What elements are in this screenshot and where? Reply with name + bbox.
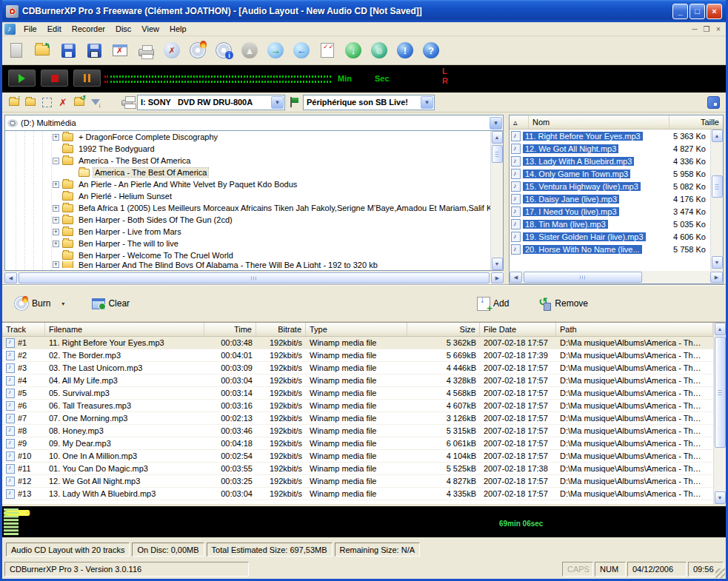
delete-files-icon[interactable]: ✗ bbox=[57, 96, 69, 108]
close-button[interactable]: × bbox=[707, 4, 722, 19]
mdi-close-button[interactable]: × bbox=[712, 24, 724, 34]
path-combo[interactable]: (D:) Multimédia ▾ bbox=[4, 115, 504, 131]
mdi-restore-button[interactable]: ❐ bbox=[701, 24, 712, 34]
tree-expander-icon[interactable]: + bbox=[53, 134, 59, 141]
verify-disc-icon[interactable]: ✓✓ bbox=[318, 41, 337, 60]
menu-item[interactable]: Help bbox=[164, 23, 192, 35]
panel-toggle-button[interactable] bbox=[707, 96, 720, 109]
clear-button[interactable]: Clear bbox=[89, 296, 133, 312]
add-button[interactable]: Add bbox=[474, 295, 512, 313]
file-list-item[interactable]: 16. Daisy Jane (live).mp3 4 176 Ko bbox=[510, 192, 710, 205]
menu-item[interactable]: File bbox=[19, 23, 42, 35]
burn-dropdown-arrow-icon[interactable]: ▾ bbox=[59, 300, 67, 307]
track-segment[interactable]: #20 bbox=[18, 508, 19, 535]
tree-item[interactable]: An Pierlé - Helium Sunset bbox=[5, 190, 503, 202]
path-combo-arrow-icon[interactable]: ▾ bbox=[490, 117, 502, 130]
tree-item[interactable]: + Ben Harper - Both Sides Of The Gun (2c… bbox=[5, 214, 503, 226]
import-icon[interactable]: ↓ bbox=[344, 41, 363, 60]
sound-select-arrow-icon[interactable]: ▾ bbox=[421, 96, 433, 109]
tree-expander-icon[interactable]: + bbox=[53, 181, 59, 188]
menu-item[interactable]: View bbox=[136, 23, 164, 35]
bitrate-column-header[interactable]: Bitrate bbox=[256, 323, 306, 336]
save-as-icon[interactable] bbox=[84, 41, 104, 60]
track-row[interactable]: #12 12. We Got All Night.mp3 00:03:25 19… bbox=[2, 475, 713, 488]
scroll-thumb[interactable] bbox=[715, 337, 726, 448]
help-icon[interactable]: ? bbox=[421, 41, 441, 60]
minimize-button[interactable]: _ bbox=[672, 4, 688, 19]
scroll-thumb[interactable] bbox=[492, 145, 503, 163]
pane-splitter[interactable] bbox=[504, 112, 509, 284]
drive-select-arrow-icon[interactable]: ▾ bbox=[271, 96, 284, 109]
file-list-item[interactable]: 20. Horse With No Name (live... 5 758 Ko bbox=[510, 243, 710, 255]
tree-expander-icon[interactable]: + bbox=[53, 261, 59, 268]
tree-expander-icon[interactable]: + bbox=[53, 241, 59, 247]
tree-item[interactable]: + Ben Harper - The will to live bbox=[5, 238, 503, 249]
file-list-item[interactable]: 18. Tin Man (live).mp3 5 035 Ko bbox=[510, 218, 710, 230]
open-folder-icon[interactable] bbox=[33, 41, 52, 60]
sort-column-header[interactable]: ▵ bbox=[510, 115, 529, 129]
select-files-icon[interactable] bbox=[41, 96, 53, 108]
burn-button[interactable]: Burn bbox=[11, 294, 53, 313]
track-row[interactable]: #7 07. One Morning.mp3 00:02:13 192kbit/… bbox=[2, 412, 713, 425]
scroll-up-icon[interactable]: ▲ bbox=[715, 323, 726, 335]
file-list-vertical-scrollbar[interactable]: ▲ ▼ bbox=[710, 130, 723, 283]
filter-icon[interactable] bbox=[90, 96, 101, 108]
track-row[interactable]: #1 11. Right Before Your Eyes.mp3 00:03:… bbox=[2, 337, 713, 349]
file-list-item[interactable]: 12. We Got All Night.mp3 4 827 Ko bbox=[510, 142, 710, 155]
tree-item[interactable]: 1992 The Bodyguard bbox=[5, 143, 503, 155]
print-icon[interactable] bbox=[136, 41, 156, 60]
scroll-up-icon[interactable]: ▲ bbox=[492, 131, 503, 144]
forward-icon[interactable]: → bbox=[266, 41, 285, 60]
path-column-header[interactable]: Path bbox=[556, 323, 713, 336]
tree-vertical-scrollbar[interactable]: ▲ ▼ bbox=[490, 131, 503, 270]
stop-button[interactable] bbox=[41, 70, 68, 87]
file-list-item[interactable]: 19. Sister Golden Hair (live).mp3 4 606 … bbox=[510, 230, 710, 243]
size-column-header[interactable]: Size bbox=[407, 323, 480, 336]
new-folder-icon[interactable] bbox=[24, 96, 36, 108]
maximize-button[interactable]: □ bbox=[689, 4, 705, 19]
track-row[interactable]: #5 05. Survival.mp3 00:03:14 192kbit/s W… bbox=[2, 387, 713, 400]
size-column-header[interactable]: Taille bbox=[669, 115, 723, 129]
tree-horizontal-scrollbar[interactable]: ◀ ▶ bbox=[4, 272, 504, 284]
save-icon[interactable] bbox=[59, 41, 78, 60]
track-column-header[interactable]: Track bbox=[2, 323, 45, 336]
scroll-down-icon[interactable]: ▼ bbox=[715, 491, 726, 504]
track-row[interactable]: #11 01. You Can Do Magic.mp3 00:03:55 19… bbox=[2, 463, 713, 475]
tree-expander-icon[interactable]: + bbox=[53, 229, 59, 235]
refresh-folder-icon[interactable] bbox=[73, 96, 85, 108]
tree-item[interactable]: + Ben Harper - Live from Mars bbox=[5, 226, 503, 238]
file-list-item[interactable]: 11. Right Before Your Eyes.mp3 5 363 Ko bbox=[510, 130, 710, 142]
back-icon[interactable]: ← bbox=[292, 41, 311, 60]
eject-icon[interactable]: ▲ bbox=[240, 41, 259, 60]
track-row[interactable]: #9 09. My Dear.mp3 00:04:18 192kbit/s Wi… bbox=[2, 437, 713, 450]
table-vertical-scrollbar[interactable]: ▲ ▼ bbox=[713, 323, 726, 504]
file-list-horizontal-scrollbar[interactable]: ◀ ▶ bbox=[510, 271, 723, 283]
remove-button[interactable]: Remove bbox=[535, 295, 591, 313]
sound-device-select[interactable]: Périphérique son SB Live! ▾ bbox=[303, 95, 435, 110]
track-row[interactable]: #3 03. The Last Unicorn.mp3 00:03:09 192… bbox=[2, 362, 713, 375]
scroll-right-icon[interactable]: ▶ bbox=[491, 272, 504, 283]
search-icon[interactable]: ◎ bbox=[370, 41, 389, 60]
track-row[interactable]: #8 08. Honey.mp3 00:03:46 192kbit/s Wina… bbox=[2, 425, 713, 437]
mdi-minimize-button[interactable]: ─ bbox=[689, 24, 701, 34]
tree-expander-icon[interactable]: + bbox=[53, 217, 59, 224]
file-list-item[interactable]: 17. I Need You (live).mp3 3 474 Ko bbox=[510, 205, 710, 218]
burn-disc-icon[interactable] bbox=[188, 41, 207, 60]
disc-info-icon[interactable]: i bbox=[214, 41, 233, 60]
tree-item[interactable]: + + DragonForce Complete Discography bbox=[5, 131, 503, 143]
menu-item[interactable]: Edit bbox=[42, 23, 67, 35]
tree-item[interactable]: America - The Best Of America bbox=[5, 167, 503, 178]
scroll-up-icon[interactable]: ▲ bbox=[712, 130, 723, 142]
options-icon[interactable]: ✗ bbox=[162, 41, 181, 60]
tree-expander-icon[interactable]: + bbox=[53, 205, 59, 212]
close-layout-icon[interactable] bbox=[110, 41, 130, 60]
scroll-down-icon[interactable]: ▼ bbox=[712, 256, 723, 269]
file-list-item[interactable]: 15. Ventura Highway (live).mp3 5 082 Ko bbox=[510, 180, 710, 192]
tree-item[interactable]: + Ben Harper And The Blind Boys Of Alaba… bbox=[5, 261, 503, 268]
track-row[interactable]: #10 10. One In A Million.mp3 00:02:54 19… bbox=[2, 450, 713, 463]
file-list-item[interactable]: 14. Only Game In Town.mp3 5 958 Ko bbox=[510, 167, 710, 180]
file-list-item[interactable]: 13. Lady With A Bluebird.mp3 4 336 Ko bbox=[510, 155, 710, 167]
track-row[interactable]: #13 13. Lady With A Bluebird.mp3 00:03:0… bbox=[2, 488, 713, 500]
scroll-thumb[interactable] bbox=[524, 272, 642, 283]
name-column-header[interactable]: Nom bbox=[529, 115, 669, 129]
